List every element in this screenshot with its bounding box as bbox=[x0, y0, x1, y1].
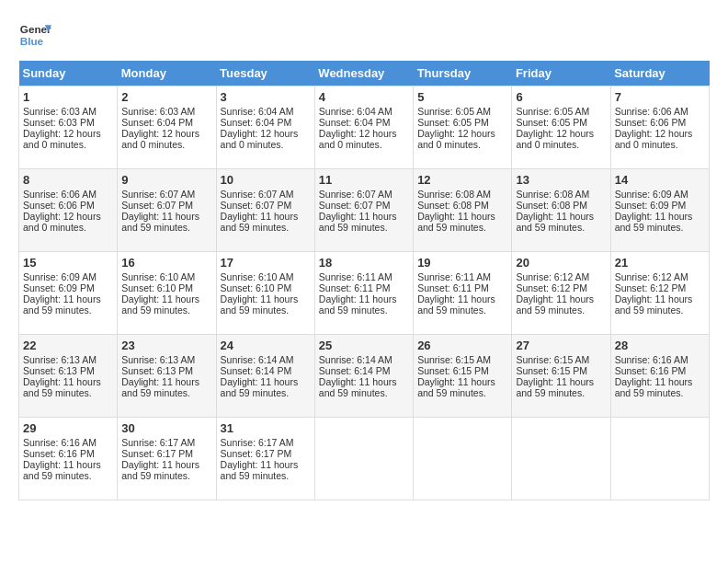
day-number: 26 bbox=[417, 339, 507, 352]
calendar-cell: 2 Sunrise: 6:03 AM Sunset: 6:04 PM Dayli… bbox=[118, 86, 216, 169]
sunrise-label: Sunrise: 6:13 AM bbox=[121, 354, 195, 365]
sunrise-label: Sunrise: 6:12 AM bbox=[615, 271, 688, 282]
sunset-label: Sunset: 6:07 PM bbox=[221, 200, 292, 211]
sunset-label: Sunset: 6:06 PM bbox=[615, 117, 687, 128]
daylight-label: Daylight: 11 hoursand 59 minutes. bbox=[221, 211, 299, 233]
sunset-label: Sunset: 6:15 PM bbox=[516, 365, 587, 376]
calendar-week-row: 29 Sunrise: 6:16 AM Sunset: 6:16 PM Dayl… bbox=[19, 418, 710, 500]
day-number: 19 bbox=[417, 256, 507, 270]
day-number: 12 bbox=[417, 173, 507, 187]
sunset-label: Sunset: 6:04 PM bbox=[319, 117, 391, 128]
calendar-cell: 16 Sunrise: 6:10 AM Sunset: 6:10 PM Dayl… bbox=[118, 252, 216, 335]
calendar-week-row: 8 Sunrise: 6:06 AM Sunset: 6:06 PM Dayli… bbox=[19, 169, 710, 252]
sunrise-label: Sunrise: 6:10 AM bbox=[221, 271, 294, 282]
calendar-cell: 24 Sunrise: 6:14 AM Sunset: 6:14 PM Dayl… bbox=[216, 335, 314, 418]
weekday-header: Thursday bbox=[414, 61, 512, 86]
sunrise-label: Sunrise: 6:03 AM bbox=[23, 106, 97, 117]
calendar-cell: 15 Sunrise: 6:09 AM Sunset: 6:09 PM Dayl… bbox=[19, 252, 118, 335]
calendar-cell: 4 Sunrise: 6:04 AM Sunset: 6:04 PM Dayli… bbox=[314, 86, 413, 169]
calendar-cell: 25 Sunrise: 6:14 AM Sunset: 6:14 PM Dayl… bbox=[314, 335, 413, 418]
daylight-label: Daylight: 11 hoursand 59 minutes. bbox=[121, 211, 199, 233]
calendar-cell: 23 Sunrise: 6:13 AM Sunset: 6:13 PM Dayl… bbox=[118, 335, 216, 418]
calendar-cell: 9 Sunrise: 6:07 AM Sunset: 6:07 PM Dayli… bbox=[118, 169, 216, 252]
day-number: 24 bbox=[221, 339, 311, 352]
day-number: 1 bbox=[23, 90, 113, 104]
day-number: 3 bbox=[221, 90, 311, 104]
calendar-cell: 21 Sunrise: 6:12 AM Sunset: 6:12 PM Dayl… bbox=[610, 252, 709, 335]
sunset-label: Sunset: 6:12 PM bbox=[516, 282, 587, 293]
sunset-label: Sunset: 6:05 PM bbox=[417, 117, 489, 128]
calendar-cell bbox=[512, 418, 610, 500]
day-number: 17 bbox=[221, 256, 311, 270]
daylight-label: Daylight: 11 hoursand 59 minutes. bbox=[121, 293, 199, 316]
sunset-label: Sunset: 6:14 PM bbox=[221, 365, 292, 376]
calendar-cell: 11 Sunrise: 6:07 AM Sunset: 6:07 PM Dayl… bbox=[314, 169, 413, 252]
sunrise-label: Sunrise: 6:06 AM bbox=[615, 106, 688, 117]
sunset-label: Sunset: 6:13 PM bbox=[121, 365, 193, 376]
calendar-cell: 19 Sunrise: 6:11 AM Sunset: 6:11 PM Dayl… bbox=[414, 252, 512, 335]
calendar-cell: 31 Sunrise: 6:17 AM Sunset: 6:17 PM Dayl… bbox=[216, 418, 314, 500]
sunset-label: Sunset: 6:09 PM bbox=[23, 282, 95, 293]
calendar-cell: 18 Sunrise: 6:11 AM Sunset: 6:11 PM Dayl… bbox=[314, 252, 413, 335]
sunset-label: Sunset: 6:10 PM bbox=[221, 282, 292, 293]
sunset-label: Sunset: 6:03 PM bbox=[23, 117, 95, 128]
calendar-cell bbox=[314, 418, 413, 500]
calendar-cell: 28 Sunrise: 6:16 AM Sunset: 6:16 PM Dayl… bbox=[610, 335, 709, 418]
daylight-label: Daylight: 12 hoursand 0 minutes. bbox=[615, 128, 693, 150]
daylight-label: Daylight: 11 hoursand 59 minutes. bbox=[516, 293, 594, 316]
sunset-label: Sunset: 6:04 PM bbox=[121, 117, 193, 128]
day-number: 21 bbox=[615, 256, 705, 270]
day-number: 13 bbox=[516, 173, 606, 187]
calendar-week-row: 15 Sunrise: 6:09 AM Sunset: 6:09 PM Dayl… bbox=[19, 252, 710, 335]
calendar-cell: 30 Sunrise: 6:17 AM Sunset: 6:17 PM Dayl… bbox=[118, 418, 216, 500]
day-number: 15 bbox=[23, 256, 113, 270]
daylight-label: Daylight: 11 hoursand 59 minutes. bbox=[23, 293, 101, 316]
sunrise-label: Sunrise: 6:04 AM bbox=[221, 106, 294, 117]
daylight-label: Daylight: 11 hoursand 59 minutes. bbox=[319, 211, 397, 233]
daylight-label: Daylight: 11 hoursand 59 minutes. bbox=[615, 376, 693, 398]
sunset-label: Sunset: 6:11 PM bbox=[319, 282, 391, 293]
sunset-label: Sunset: 6:09 PM bbox=[615, 200, 687, 211]
sunrise-label: Sunrise: 6:14 AM bbox=[319, 354, 392, 365]
daylight-label: Daylight: 11 hoursand 59 minutes. bbox=[319, 293, 397, 316]
svg-text:Blue: Blue bbox=[20, 35, 44, 47]
sunset-label: Sunset: 6:08 PM bbox=[417, 200, 489, 211]
daylight-label: Daylight: 11 hoursand 59 minutes. bbox=[23, 376, 101, 398]
daylight-label: Daylight: 11 hoursand 59 minutes. bbox=[417, 376, 495, 398]
calendar-cell: 26 Sunrise: 6:15 AM Sunset: 6:15 PM Dayl… bbox=[414, 335, 512, 418]
sunset-label: Sunset: 6:07 PM bbox=[319, 200, 391, 211]
sunrise-label: Sunrise: 6:09 AM bbox=[615, 189, 688, 200]
calendar-cell: 8 Sunrise: 6:06 AM Sunset: 6:06 PM Dayli… bbox=[19, 169, 118, 252]
day-number: 28 bbox=[615, 339, 705, 352]
calendar-cell: 27 Sunrise: 6:15 AM Sunset: 6:15 PM Dayl… bbox=[512, 335, 610, 418]
sunrise-label: Sunrise: 6:12 AM bbox=[516, 271, 589, 282]
sunrise-label: Sunrise: 6:16 AM bbox=[615, 354, 688, 365]
calendar-week-row: 22 Sunrise: 6:13 AM Sunset: 6:13 PM Dayl… bbox=[19, 335, 710, 418]
sunset-label: Sunset: 6:05 PM bbox=[516, 117, 587, 128]
daylight-label: Daylight: 12 hoursand 0 minutes. bbox=[417, 128, 495, 150]
daylight-label: Daylight: 11 hoursand 59 minutes. bbox=[221, 293, 299, 316]
sunrise-label: Sunrise: 6:07 AM bbox=[221, 189, 294, 200]
calendar-cell: 20 Sunrise: 6:12 AM Sunset: 6:12 PM Dayl… bbox=[512, 252, 610, 335]
day-number: 10 bbox=[221, 173, 311, 187]
sunset-label: Sunset: 6:11 PM bbox=[417, 282, 489, 293]
logo-icon: General Blue bbox=[18, 18, 51, 52]
sunrise-label: Sunrise: 6:08 AM bbox=[516, 189, 589, 200]
sunrise-label: Sunrise: 6:11 AM bbox=[417, 271, 491, 282]
calendar-cell: 10 Sunrise: 6:07 AM Sunset: 6:07 PM Dayl… bbox=[216, 169, 314, 252]
sunset-label: Sunset: 6:17 PM bbox=[221, 448, 292, 459]
day-number: 2 bbox=[121, 90, 211, 104]
sunrise-label: Sunrise: 6:11 AM bbox=[319, 271, 392, 282]
daylight-label: Daylight: 11 hoursand 59 minutes. bbox=[615, 293, 693, 316]
calendar-cell: 3 Sunrise: 6:04 AM Sunset: 6:04 PM Dayli… bbox=[216, 86, 314, 169]
day-number: 23 bbox=[121, 339, 211, 352]
daylight-label: Daylight: 12 hoursand 0 minutes. bbox=[23, 211, 101, 233]
day-number: 6 bbox=[516, 90, 606, 104]
calendar-cell: 12 Sunrise: 6:08 AM Sunset: 6:08 PM Dayl… bbox=[414, 169, 512, 252]
calendar-table: SundayMondayTuesdayWednesdayThursdayFrid… bbox=[18, 61, 710, 500]
weekday-header: Tuesday bbox=[216, 61, 314, 86]
day-number: 11 bbox=[319, 173, 409, 187]
daylight-label: Daylight: 12 hoursand 0 minutes. bbox=[121, 128, 199, 150]
sunrise-label: Sunrise: 6:05 AM bbox=[417, 106, 491, 117]
weekday-header: Wednesday bbox=[314, 61, 413, 86]
